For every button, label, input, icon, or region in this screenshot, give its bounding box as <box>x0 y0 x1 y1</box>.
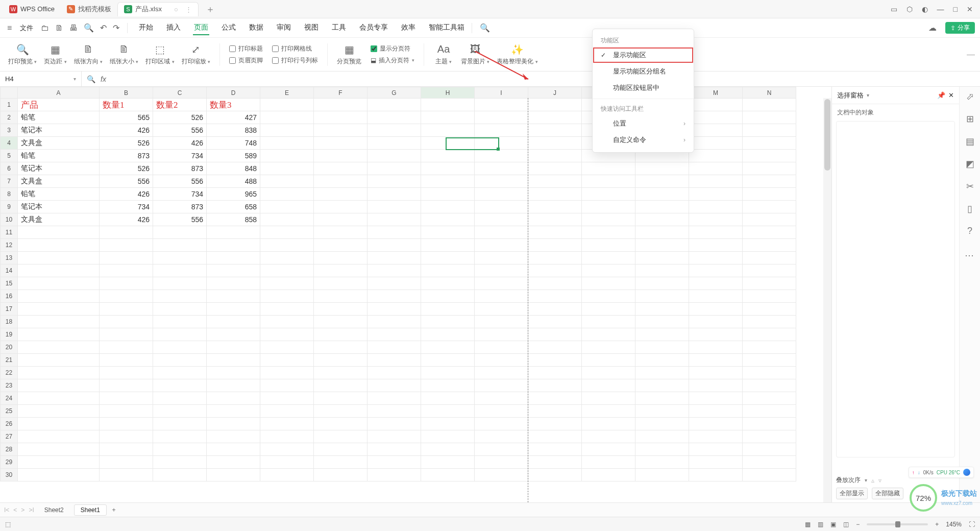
menu-开始[interactable]: 开始 <box>138 21 154 35</box>
menu-页面[interactable]: 页面 <box>193 21 209 35</box>
vertical-scrollbar[interactable] <box>823 98 831 502</box>
tab-docer[interactable]: ✎找稻壳模板 <box>61 2 117 16</box>
annotation-arrow <box>475 51 531 82</box>
open-icon[interactable]: 🗀 <box>39 23 51 33</box>
zoom-level[interactable]: 145% <box>946 521 962 528</box>
tab-more-icon[interactable]: ⋮ <box>185 6 192 13</box>
device-icon[interactable]: ▯ <box>967 203 972 214</box>
ribbon-check-打印网格线[interactable]: 打印网格线 <box>272 44 318 53</box>
menu-工具[interactable]: 工具 <box>331 21 347 35</box>
ribbon-check-打印行号列标[interactable]: 打印行号列标 <box>272 56 318 65</box>
tab-add[interactable]: ＋ <box>203 3 218 15</box>
move-up-icon[interactable]: ▵ <box>871 477 874 484</box>
view-pagebreak-icon[interactable]: ▥ <box>818 521 823 528</box>
pane-title: 选择窗格 <box>837 91 864 100</box>
tab-file[interactable]: S产品.xlsx○⋮ <box>117 2 199 16</box>
name-box[interactable]: H4▾ <box>0 71 82 86</box>
sheet-tab[interactable]: Sheet2 <box>38 505 70 515</box>
window-maximize[interactable]: □ <box>953 5 958 13</box>
pin-icon[interactable]: 📌 <box>937 91 945 99</box>
app-box-icon[interactable]: ▭ <box>891 5 897 13</box>
sheet-nav-next[interactable]: > <box>21 506 24 514</box>
zoom-out-icon[interactable]: − <box>856 521 860 528</box>
popup-item[interactable]: 显示功能区分组名 <box>593 63 694 80</box>
sheet-nav-prev[interactable]: < <box>13 506 17 514</box>
cloud-icon[interactable]: ☁ <box>927 23 938 33</box>
save-icon[interactable]: 🗎 <box>54 23 65 33</box>
selection-pane: 选择窗格▾📌✕ 文档中的对象 叠放次序▾ ▵▿ 全部显示 全部隐藏 <box>832 87 960 502</box>
ribbon-纸张方向[interactable]: 🗎纸张方向 ▾ <box>74 43 103 66</box>
fx-lookup-icon[interactable]: 🔍 <box>87 75 95 83</box>
redo-icon[interactable]: ↷ <box>111 23 121 33</box>
ribbon-check-打印标题[interactable]: 打印标题 <box>229 44 263 53</box>
sheet-nav-last[interactable]: >I <box>29 506 34 514</box>
window-close[interactable]: ✕ <box>967 5 973 13</box>
popup-item[interactable]: 位置› <box>593 115 694 132</box>
sheet-nav-first[interactable]: I< <box>4 506 9 514</box>
menu-公式[interactable]: 公式 <box>220 21 237 35</box>
app-cube-icon[interactable]: ⬡ <box>906 5 913 13</box>
popup-item[interactable]: 功能区按钮居中 <box>593 80 694 96</box>
print-icon[interactable]: 🖶 <box>68 23 79 33</box>
tab-menu-icon[interactable]: ○ <box>174 6 178 13</box>
status-settings-icon[interactable]: ⬚ <box>5 521 11 528</box>
insert-page-break[interactable]: ⬓插入分页符▾ <box>371 56 414 65</box>
formula-input[interactable] <box>111 75 975 83</box>
ribbon-纸张大小[interactable]: 🗎纸张大小 ▾ <box>110 43 138 66</box>
more-icon[interactable]: ⋯ <box>965 250 975 261</box>
avatar-icon[interactable]: ◐ <box>922 5 928 13</box>
undo-icon[interactable]: ↶ <box>99 23 108 33</box>
menu-视图[interactable]: 视图 <box>303 21 320 35</box>
svg-line-0 <box>475 51 528 79</box>
analytics-icon[interactable]: ◩ <box>966 158 974 170</box>
sheet-icon: S <box>124 5 132 13</box>
status-bar: ⬚ ▦ ▥ ▣ ◫ − + 145% ⛶ <box>0 517 980 531</box>
select-icon[interactable]: ⬀ <box>966 91 974 102</box>
search-icon[interactable]: 🔍 <box>478 23 492 33</box>
menu-数据[interactable]: 数据 <box>248 21 264 35</box>
page-break-line <box>528 98 528 502</box>
file-menu[interactable]: 文件 <box>17 23 36 33</box>
collapse-ribbon-icon[interactable]: — <box>967 50 975 59</box>
tools-icon[interactable]: ✂ <box>966 181 974 192</box>
zoom-in-icon[interactable]: + <box>935 521 939 528</box>
show-page-break-check[interactable]: 显示分页符 <box>371 44 414 53</box>
ribbon-打印区域[interactable]: ⬚打印区域 ▾ <box>145 43 174 66</box>
menu-智能工具箱[interactable]: 智能工具箱 <box>428 21 465 35</box>
view-reading-icon[interactable]: ▣ <box>830 521 836 528</box>
menu-插入[interactable]: 插入 <box>165 21 182 35</box>
tab-wps[interactable]: WWPS Office <box>3 2 61 16</box>
style-icon[interactable]: ⊞ <box>966 113 974 125</box>
hamburger-icon[interactable]: ≡ <box>5 23 14 33</box>
popup-item[interactable]: ✓显示功能区 <box>593 47 694 63</box>
help-icon[interactable]: ? <box>967 226 972 236</box>
layout-icon[interactable]: ▤ <box>966 136 974 147</box>
hide-all-button[interactable]: 全部隐藏 <box>872 488 903 499</box>
ribbon-主题[interactable]: Aa主题 ▾ <box>433 43 454 66</box>
add-sheet-button[interactable]: ＋ <box>111 505 117 514</box>
menu-审阅[interactable]: 审阅 <box>276 21 292 35</box>
zoom-slider[interactable] <box>867 523 928 525</box>
menu-效率[interactable]: 效率 <box>400 21 416 35</box>
menu-会员专享[interactable]: 会员专享 <box>358 21 389 35</box>
show-all-button[interactable]: 全部显示 <box>836 488 868 499</box>
share-button[interactable]: ⇪ 分享 <box>945 22 975 34</box>
fx-icon[interactable]: fx <box>101 75 106 83</box>
spreadsheet-grid[interactable]: ABCDEFGHIJKLMN1产品数量1数量2数量32铅笔5655264273笔… <box>0 87 832 502</box>
view-layout-icon[interactable]: ◫ <box>843 521 849 528</box>
popup-item[interactable]: 自定义命令› <box>593 132 694 148</box>
perf-widget[interactable]: ↑↓0K/s CPU 26°C <box>909 467 974 478</box>
preview-icon[interactable]: 🔍 <box>82 23 95 33</box>
sheet-tab[interactable]: Sheet1 <box>74 504 107 516</box>
move-down-icon[interactable]: ▿ <box>878 477 881 484</box>
window-minimize[interactable]: — <box>937 5 944 13</box>
close-icon[interactable]: ✕ <box>948 91 954 99</box>
ribbon-打印缩放[interactable]: ⤢打印缩放 ▾ <box>182 43 210 66</box>
ribbon-check-页眉页脚[interactable]: 页眉页脚 <box>229 56 263 65</box>
titlebar: WWPS Office ✎找稻壳模板 S产品.xlsx○⋮ ＋ ▭ ⬡ ◐ — … <box>0 0 980 18</box>
page-break-preview[interactable]: ▦分页预览 <box>337 43 361 66</box>
ribbon-打印预览[interactable]: 🔍打印预览 ▾ <box>8 43 37 66</box>
ribbon-页边距[interactable]: ▦页边距 ▾ <box>44 43 66 66</box>
view-normal-icon[interactable]: ▦ <box>805 521 811 528</box>
fullscreen-icon[interactable]: ⛶ <box>969 521 975 528</box>
